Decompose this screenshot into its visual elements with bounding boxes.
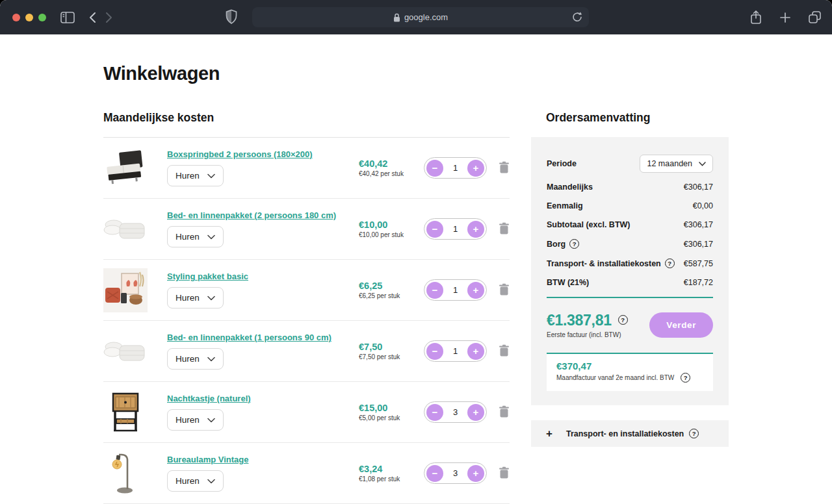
help-icon[interactable]: ? bbox=[681, 373, 690, 383]
summary-row: Transport- & installatiekosten? €587,75 bbox=[547, 258, 713, 268]
help-icon[interactable]: ? bbox=[569, 239, 579, 249]
trash-icon bbox=[499, 466, 510, 479]
period-select[interactable]: 12 maanden bbox=[640, 155, 713, 173]
item-price: €3,24 bbox=[359, 464, 424, 474]
rental-option-select[interactable]: Huren bbox=[167, 287, 224, 309]
product-image bbox=[103, 268, 148, 312]
sidebar-icon bbox=[60, 12, 75, 23]
quantity-stepper: − 1 + bbox=[424, 279, 487, 301]
summary-row: Borg? €306,17 bbox=[547, 239, 713, 249]
close-window-button[interactable] bbox=[12, 14, 20, 21]
decrease-quantity-button[interactable]: − bbox=[426, 221, 443, 238]
continue-button[interactable]: Verder bbox=[649, 312, 713, 338]
back-chevron-icon bbox=[89, 12, 96, 23]
product-image bbox=[103, 146, 148, 190]
summary-row: Subtotaal (excl. BTW) €306,17 bbox=[547, 220, 713, 229]
quantity-stepper: − 1 + bbox=[424, 218, 487, 240]
rental-option-select[interactable]: Huren bbox=[167, 165, 224, 186]
reload-button[interactable] bbox=[571, 11, 582, 23]
decrease-quantity-button[interactable]: − bbox=[426, 465, 443, 482]
trash-icon bbox=[499, 405, 510, 418]
quantity-value: 3 bbox=[453, 468, 458, 478]
decrease-quantity-button[interactable]: − bbox=[426, 404, 443, 421]
increase-quantity-button[interactable]: + bbox=[467, 221, 484, 238]
product-link[interactable]: Boxspringbed 2 persoons (180×200) bbox=[167, 149, 313, 159]
share-button[interactable] bbox=[749, 10, 762, 25]
chevron-down-icon bbox=[207, 357, 215, 362]
help-icon[interactable]: ? bbox=[618, 315, 628, 325]
period-label: Periode bbox=[547, 159, 577, 168]
back-button[interactable] bbox=[89, 12, 96, 23]
product-link[interactable]: Bureaulamp Vintage bbox=[167, 455, 248, 464]
help-icon[interactable]: ? bbox=[665, 258, 675, 268]
privacy-shield-button[interactable] bbox=[226, 9, 237, 25]
remove-item-button[interactable] bbox=[499, 222, 510, 236]
quantity-value: 1 bbox=[453, 346, 458, 356]
rental-option-select[interactable]: Huren bbox=[167, 226, 224, 247]
decrease-quantity-button[interactable]: − bbox=[426, 343, 443, 360]
remove-item-button[interactable] bbox=[499, 466, 510, 481]
trash-icon bbox=[499, 222, 510, 234]
new-tab-button[interactable] bbox=[779, 12, 791, 23]
decrease-quantity-button[interactable]: − bbox=[426, 282, 443, 299]
forward-button[interactable] bbox=[105, 12, 112, 23]
remove-item-button[interactable] bbox=[499, 161, 510, 175]
transport-costs-expander[interactable]: + Transport- en installatiekosten ? bbox=[531, 420, 729, 447]
rental-option-select[interactable]: Huren bbox=[167, 470, 224, 492]
share-icon bbox=[749, 10, 762, 25]
increase-quantity-button[interactable]: + bbox=[467, 160, 484, 177]
rental-option-value: Huren bbox=[176, 171, 200, 181]
order-summary-heading: Ordersamenvatting bbox=[546, 111, 729, 125]
address-bar[interactable]: google.com bbox=[252, 7, 589, 27]
increase-quantity-button[interactable]: + bbox=[467, 282, 484, 299]
item-unit-price: €6,25 per stuk bbox=[359, 292, 424, 299]
item-price: €15,00 bbox=[359, 403, 424, 413]
sidebar-toggle-button[interactable] bbox=[60, 12, 75, 23]
increase-quantity-button[interactable]: + bbox=[467, 404, 484, 421]
styling-package-image bbox=[103, 268, 148, 312]
rental-option-select[interactable]: Huren bbox=[167, 409, 224, 431]
product-link[interactable]: Bed- en linnenpakket (1 persoons 90 cm) bbox=[167, 333, 332, 342]
item-price: €40,42 bbox=[359, 158, 424, 169]
nightstand-image bbox=[103, 390, 148, 435]
browser-window: google.com Winkelwagen Maandelijkse kost… bbox=[0, 0, 832, 504]
zoom-window-button[interactable] bbox=[38, 14, 46, 21]
period-value: 12 maanden bbox=[647, 159, 692, 168]
window-controls bbox=[12, 14, 46, 21]
monthly-costs-heading: Maandelijkse kosten bbox=[103, 111, 510, 125]
minimize-window-button[interactable] bbox=[25, 14, 33, 21]
summary-row: BTW (21%) €187,72 bbox=[547, 278, 713, 287]
product-link[interactable]: Styling pakket basic bbox=[167, 271, 248, 281]
product-link[interactable]: Nachtkastje (naturel) bbox=[167, 394, 251, 403]
decrease-quantity-button[interactable]: − bbox=[426, 160, 443, 177]
boxspring-bed-image bbox=[103, 146, 148, 190]
chevron-down-icon bbox=[699, 162, 706, 166]
rental-option-value: Huren bbox=[176, 476, 200, 486]
rental-option-value: Huren bbox=[176, 354, 200, 364]
product-image bbox=[103, 390, 148, 435]
item-unit-price: €10,00 per stuk bbox=[359, 231, 424, 238]
chevron-down-icon bbox=[207, 296, 215, 301]
item-price: €6,25 bbox=[359, 281, 424, 291]
linen-package-image bbox=[103, 207, 148, 251]
product-link[interactable]: Bed- en linnenpakket (2 persoons 180 cm) bbox=[167, 210, 336, 220]
tab-overview-button[interactable] bbox=[808, 10, 822, 24]
url-text: google.com bbox=[404, 12, 448, 22]
increase-quantity-button[interactable]: + bbox=[467, 343, 484, 360]
quantity-stepper: − 3 + bbox=[424, 401, 487, 423]
quantity-value: 3 bbox=[453, 407, 458, 417]
rental-option-select[interactable]: Huren bbox=[167, 348, 224, 370]
increase-quantity-button[interactable]: + bbox=[467, 465, 484, 482]
summary-value: €0,00 bbox=[693, 201, 713, 210]
remove-item-button[interactable] bbox=[499, 283, 510, 297]
remove-item-button[interactable] bbox=[499, 344, 510, 359]
item-unit-price: €1,08 per stuk bbox=[359, 475, 424, 483]
chevron-down-icon bbox=[207, 234, 215, 240]
remove-item-button[interactable] bbox=[499, 405, 510, 420]
chevron-down-icon bbox=[207, 418, 215, 423]
quantity-value: 1 bbox=[453, 224, 458, 234]
cart-item-row: Boxspringbed 2 persoons (180×200) Huren … bbox=[103, 138, 510, 199]
item-unit-price: €5,00 per stuk bbox=[359, 414, 424, 422]
chevron-down-icon bbox=[207, 479, 215, 484]
help-icon[interactable]: ? bbox=[689, 429, 699, 438]
